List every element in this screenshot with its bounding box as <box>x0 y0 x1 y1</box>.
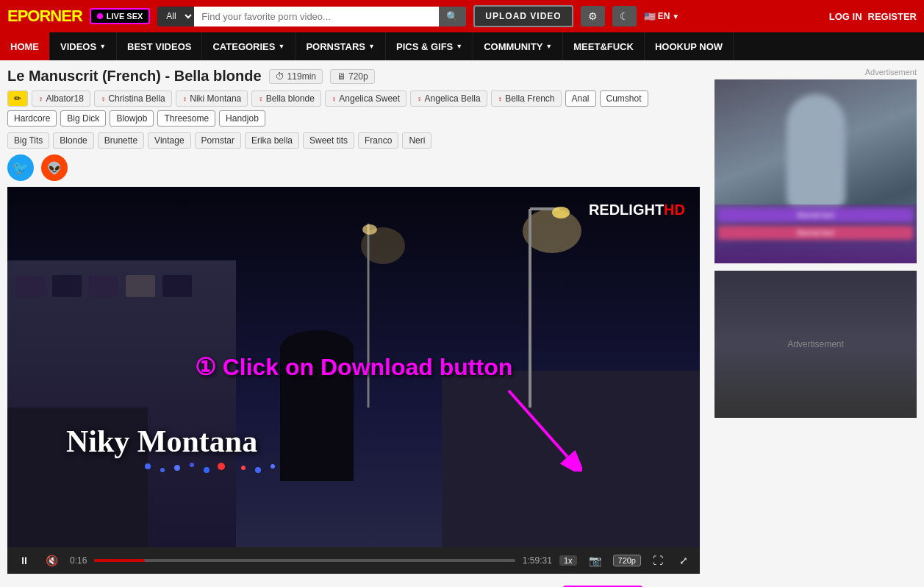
nav-item-best-videos[interactable]: BEST VIDEOS <box>117 32 202 60</box>
tag-franco[interactable]: Franco <box>358 132 398 149</box>
live-sex-label: LIVE SEX <box>107 12 143 21</box>
svg-rect-5 <box>52 275 82 297</box>
current-time: 0:16 <box>70 555 87 566</box>
svg-point-26 <box>271 464 275 469</box>
ad-box-1[interactable]: blurred text blurred text <box>715 79 917 263</box>
login-button[interactable]: LOG IN <box>829 11 862 22</box>
tag-threesome[interactable]: Threesome <box>157 110 215 127</box>
reddit-button[interactable]: 👽 <box>41 154 68 181</box>
annotation-overlay: ① Click on Download button <box>7 353 700 381</box>
clock-icon: ⏱ <box>276 71 284 82</box>
search-button[interactable]: 🔍 <box>439 7 466 26</box>
tag-sweet-tits[interactable]: Sweet tits <box>303 132 354 149</box>
progress-fill <box>94 559 145 562</box>
title-row: Le Manuscrit (French) - Bella blonde ⏱ 1… <box>7 68 700 85</box>
night-mode-button[interactable]: ☾ <box>612 6 637 26</box>
logo[interactable]: EPORNER <box>7 7 82 26</box>
auth-buttons: LOG IN REGISTER <box>829 11 917 22</box>
upload-video-button[interactable]: UPLOAD VIDEO <box>473 5 573 27</box>
player-controls: ⏸ 🔇 0:16 1:59:31 1x 📷 720p ⛶ ⤢ <box>7 547 700 574</box>
tag-blonde[interactable]: Blonde <box>53 132 93 149</box>
tag-pornstar[interactable]: Pornstar <box>195 132 241 149</box>
duration-value: 119min <box>287 71 316 82</box>
settings-button[interactable]: ⚙ <box>581 6 605 26</box>
tag-blowjob[interactable]: Blowjob <box>110 110 154 127</box>
register-button[interactable]: REGISTER <box>868 11 917 22</box>
svg-point-19 <box>160 468 165 472</box>
logo-text: EPORNER <box>7 7 82 25</box>
lang-arrow: ▼ <box>672 13 679 21</box>
progress-bar[interactable] <box>94 559 515 562</box>
nav-item-community[interactable]: COMMUNITY ▼ <box>473 32 563 60</box>
tag-handjob[interactable]: Handjob <box>219 110 265 127</box>
play-pause-button[interactable]: ⏸ <box>15 553 34 568</box>
svg-point-24 <box>241 466 246 470</box>
main-content: Le Manuscrit (French) - Bella blonde ⏱ 1… <box>0 60 707 587</box>
quality-badge[interactable]: 720p <box>613 555 641 566</box>
arrow-svg <box>472 383 582 472</box>
twitter-button[interactable]: 🐦 <box>7 154 34 181</box>
tag-anal[interactable]: Anal <box>565 90 596 107</box>
nav-item-meetfuck[interactable]: MEET&FUCK <box>563 32 645 60</box>
person-icon: ♀ <box>182 95 188 103</box>
tag-niki-montana[interactable]: ♀Niki Montana <box>176 90 248 107</box>
svg-rect-7 <box>126 275 155 297</box>
tag-brunette[interactable]: Brunette <box>98 132 144 149</box>
ad-label: Advertisement <box>715 68 917 77</box>
search-filter-select[interactable]: All <box>157 7 194 26</box>
tag-hardcore[interactable]: Hardcore <box>7 110 57 127</box>
flag-icon: 🇺🇸 <box>644 11 656 22</box>
reddit-icon: 👽 <box>47 161 62 175</box>
ad-box-2[interactable]: Advertisement <box>715 271 917 418</box>
svg-rect-4 <box>15 275 45 297</box>
tag-erika-bella[interactable]: Erika bella <box>245 132 299 149</box>
tag-bella-blonde[interactable]: ♀Bella blonde <box>251 90 321 107</box>
niky-montana-text: Niky Montana <box>66 424 257 459</box>
pics-arrow: ▼ <box>456 43 462 50</box>
arrow-annotation <box>472 383 582 474</box>
tag-vintage[interactable]: Vintage <box>148 132 190 149</box>
tag-big-dick[interactable]: Big Dick <box>60 110 106 127</box>
person-icon: ♀ <box>417 95 423 103</box>
header: EPORNER LIVE SEX All 🔍 UPLOAD VIDEO ⚙ ☾ … <box>0 0 924 32</box>
nav-item-pornstars[interactable]: PORNSTARS ▼ <box>296 32 386 60</box>
tag-angelica-sweet[interactable]: ♀Angelica Sweet <box>325 90 407 107</box>
watermark: REDLIGHTHD <box>589 202 685 218</box>
person-icon: ♀ <box>258 95 264 103</box>
person-icon: ♀ <box>38 95 44 103</box>
nav-item-categories[interactable]: CATEGORIES ▼ <box>202 32 296 60</box>
nav-item-videos[interactable]: VIDEOS ▼ <box>50 32 117 60</box>
person-icon: ♀ <box>101 95 107 103</box>
tag-cumshot[interactable]: Cumshot <box>600 90 648 107</box>
nav-item-home[interactable]: HOME <box>0 32 50 60</box>
search-container: All 🔍 <box>157 7 466 26</box>
svg-point-25 <box>255 467 261 473</box>
volume-button[interactable]: 🔇 <box>41 553 62 568</box>
tag-neri[interactable]: Neri <box>402 132 431 149</box>
live-indicator <box>97 13 103 19</box>
language-selector[interactable]: 🇺🇸 EN ▼ <box>644 11 680 22</box>
action-bar: 22,708 👍 29 👎 11 💬 Comments 🎬 Scenes 📊 S… <box>7 580 700 587</box>
tag-big-tits[interactable]: Big Tits <box>7 132 49 149</box>
tags-row-2: Big Tits Blonde Brunette Vintage Pornsta… <box>7 132 700 149</box>
search-input[interactable] <box>194 7 439 26</box>
speed-badge[interactable]: 1x <box>559 555 577 566</box>
social-row: 🐦 👽 <box>7 154 700 181</box>
video-title: Le Manuscrit (French) - Bella blonde <box>7 68 262 85</box>
fullscreen-button[interactable]: ⤢ <box>675 553 692 568</box>
lang-label: EN <box>658 11 670 21</box>
ad-placeholder-text: Advertisement <box>787 339 844 349</box>
video-player[interactable]: REDLIGHTHD ① Click on Download button Ni… <box>7 187 700 547</box>
tag-albator18[interactable]: ♀Albator18 <box>32 90 90 107</box>
svg-line-28 <box>509 391 567 457</box>
person-icon: ♀ <box>498 95 504 103</box>
nav-item-pics-gifs[interactable]: PICS & GIFS ▼ <box>386 32 473 60</box>
edit-tags-button[interactable]: ✏ <box>7 90 28 107</box>
tag-bella-french[interactable]: ♀Bella French <box>491 90 562 107</box>
live-sex-button[interactable]: LIVE SEX <box>90 8 151 24</box>
tag-christina-bella[interactable]: ♀Christina Bella <box>94 90 172 107</box>
theater-button[interactable]: ⛶ <box>648 553 667 568</box>
screenshot-button[interactable]: 📷 <box>584 553 606 568</box>
nav-item-hookup[interactable]: HOOKUP NOW <box>645 32 734 60</box>
tag-angelica-bella[interactable]: ♀Angelica Bella <box>410 90 487 107</box>
